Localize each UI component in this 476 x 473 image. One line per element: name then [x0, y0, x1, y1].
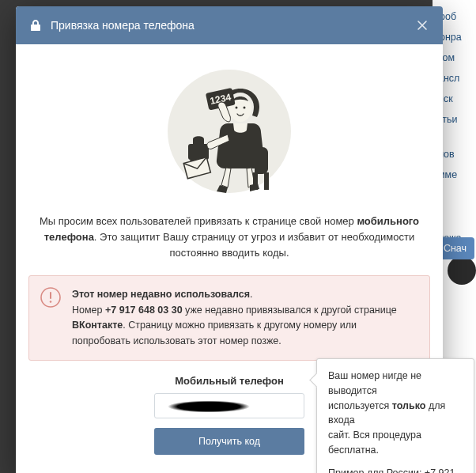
phone-hint-tooltip: Ваш номер нигде не выводится используетс…	[316, 358, 474, 473]
avatar	[448, 256, 476, 285]
warning-icon	[40, 287, 61, 312]
svg-rect-11	[50, 292, 51, 299]
close-button[interactable]	[416, 19, 429, 32]
modal-header: Привязка номера телефона	[16, 6, 443, 44]
lock-icon	[30, 19, 41, 32]
modal-title: Привязка номера телефона	[51, 19, 416, 32]
get-code-button[interactable]: Получить код	[154, 428, 304, 455]
svg-rect-7	[264, 172, 269, 190]
svg-point-12	[50, 301, 52, 304]
phone-input[interactable]	[154, 393, 304, 418]
warning-box: Этот номер недавно использовался. Номер …	[28, 275, 430, 361]
svg-point-2	[236, 107, 238, 109]
intro-text: Мы просим всех пользователей привязать к…	[16, 214, 443, 275]
illustration: 1234	[16, 44, 443, 214]
phone-label: Мобильный телефон	[175, 375, 284, 387]
svg-rect-6	[253, 172, 258, 190]
svg-point-3	[244, 107, 246, 109]
